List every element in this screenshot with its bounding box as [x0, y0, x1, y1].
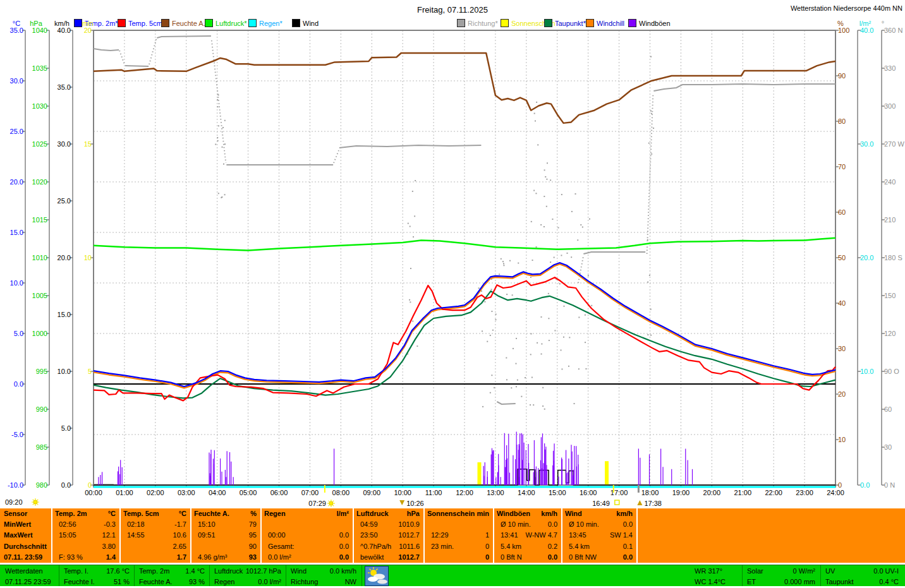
status-label: Feuchte A. — [139, 577, 173, 587]
stat-cell-value: 90 — [249, 541, 257, 552]
stat-cell-label: 0 Bft NW — [569, 552, 597, 563]
grid — [94, 30, 835, 485]
status-value: 0.0 km/h — [330, 566, 356, 576]
stat-cell-label: 0 Bft N — [501, 552, 522, 563]
stat-unit: km/h — [541, 508, 557, 519]
axis-tick-label: 90 O — [884, 368, 899, 375]
axis-tick-label: 1025 — [32, 140, 47, 148]
stat-unit: % — [250, 508, 257, 519]
row-label: Sensor — [1, 508, 51, 519]
stat-cell-label: 15:05 — [59, 530, 76, 541]
axis-tick-label: 30 — [838, 345, 846, 352]
stat-cell-value: 1012.7 — [398, 530, 420, 541]
time-tick-label: 08:00 — [332, 489, 350, 496]
stat-cell-value: 1010.9 — [398, 519, 420, 530]
stat-cell-label: bewölkt — [360, 552, 384, 563]
axis-tick-label: 10.0 — [860, 368, 873, 375]
table-separator — [561, 508, 562, 563]
time-tick-label: 06:00 — [270, 489, 288, 496]
stats-table: SensorMinWertMaxWertDurchschnitt07.11. 2… — [0, 508, 905, 563]
axis-tick-label: 120 — [884, 330, 896, 337]
stat-cell-value: 0.0 — [548, 552, 557, 563]
axis-tick-label: 150 — [884, 292, 896, 299]
status-label: 07.11.25 23:59 — [5, 577, 51, 587]
time-tick-label: 09:00 — [363, 489, 380, 496]
stat-cell-value: 0.2 — [548, 541, 557, 552]
wind-gust-spikes — [99, 431, 693, 485]
axis-tick-label: 10 — [84, 254, 92, 261]
weather-app-window: Freitag, 07.11.2025 Wetterstation Nieder… — [0, 0, 905, 588]
stat-cell-label: 23 min. — [431, 541, 454, 552]
stat-cell-label: 13:45 — [569, 530, 586, 541]
stat-cell-label: Ø 10 min. — [569, 519, 599, 530]
axis-tick-label: 35.0 — [10, 27, 23, 34]
stat-group-feuchte-a-: Feuchte A.%15:107909:5195904.96 g/m³93 — [191, 508, 260, 563]
stat-header: Regen — [264, 508, 286, 519]
status-cell: Luftdruck1012.7 hPaRegen0.0 l/m² — [210, 565, 285, 587]
status-cell: Solar0 W/m²ET0.000 mm — [743, 565, 819, 587]
stat-cell-label: 13:41 — [501, 530, 518, 541]
axis-tick-label: 20 — [84, 27, 92, 34]
axis-tick-label: 40.0 — [58, 27, 71, 34]
stat-cell-label: F: 93 % — [59, 552, 83, 563]
value-axes: 35.030.025.020.015.010.05.00.0-5.0-10.0°… — [8, 20, 904, 489]
stat-header: Sonnenschein — [427, 508, 475, 519]
axis-unit-label: min — [82, 20, 94, 27]
axis-tick-label: 210 — [884, 216, 896, 224]
stat-cell-value: 95 — [249, 530, 257, 541]
time-tick-label: 02:00 — [147, 489, 164, 496]
axis-tick-label: 20.0 — [58, 254, 71, 261]
weather-condition-icon — [365, 566, 389, 586]
axis-tick-label: 1035 — [32, 64, 47, 72]
status-value: 0 W/m² — [793, 566, 815, 576]
axis-tick-label: 0 N — [884, 481, 895, 489]
table-separator — [423, 508, 425, 563]
axis-tick-label: -10.0 — [8, 481, 23, 489]
stat-cell-label: 23:50 — [360, 530, 378, 541]
time-tick-label: 11:00 — [425, 489, 442, 496]
status-cell: WR 317°WC 1.4°C — [691, 565, 741, 587]
axis-tick-label: 25.0 — [58, 197, 71, 205]
time-tick-label: 13:00 — [487, 489, 504, 496]
stat-cell-value: 0.0 — [623, 552, 633, 563]
axis-tick-label: 1040 — [32, 27, 47, 34]
status-label: Solar — [747, 566, 763, 576]
status-label: Wetterdaten — [5, 566, 43, 576]
axis-tick-label: 90 — [838, 72, 846, 80]
status-value: 0.4 °C — [879, 577, 899, 587]
stat-group-windb-en: Windböenkm/hØ 10 min.0.013:41W-NW 4.75.4… — [494, 508, 561, 563]
stat-cell-label: 14:55 — [127, 530, 145, 541]
marker-time-label: 10:26 — [406, 500, 424, 507]
stat-cell-value: 12.1 — [102, 530, 116, 541]
stat-cell-value: 0 — [485, 541, 489, 552]
axis-tick-label: 10 — [838, 436, 846, 443]
axis-unit-label: % — [837, 20, 844, 27]
row-label: 07.11. 23:59 — [1, 552, 51, 563]
axis-tick-label: 30.0 — [10, 77, 23, 85]
axis-tick-label: 995 — [36, 368, 47, 375]
status-separator — [361, 565, 362, 587]
time-tick-label: 22:00 — [765, 489, 782, 496]
stat-cell-value: 0.1 — [623, 541, 633, 552]
status-value: NW — [345, 577, 356, 587]
time-tick-label: 00:00 — [85, 489, 102, 496]
stat-cell-value: 0 — [485, 552, 489, 563]
axis-tick-label: 15.0 — [10, 229, 23, 236]
stat-group-sonnenschein: Sonnenscheinmin12:29123 min.00 — [425, 508, 493, 563]
stat-unit: °C — [108, 508, 116, 519]
axis-tick-label: 0.0 — [61, 481, 71, 489]
stat-cell-label: 12:29 — [431, 530, 449, 541]
stat-cell-value: 93 — [249, 552, 257, 563]
status-cell: Wind0.0 km/hRichtungNW — [287, 565, 360, 587]
status-separator — [134, 565, 135, 587]
time-tick-label: 20:00 — [703, 489, 721, 496]
axis-tick-label: 0 — [838, 481, 842, 489]
axis-tick-label: 240 — [884, 178, 896, 186]
table-separator — [493, 508, 494, 563]
status-value: 0.0 l/m² — [258, 577, 281, 587]
axis-tick-label: 360 N — [884, 27, 902, 34]
stat-cell-label: Gesamt: — [268, 541, 295, 552]
stat-cell-value: 0.0 — [548, 519, 557, 530]
corner-time-label: 09:20 — [5, 498, 23, 506]
axis-tick-label: 60 — [838, 208, 846, 216]
